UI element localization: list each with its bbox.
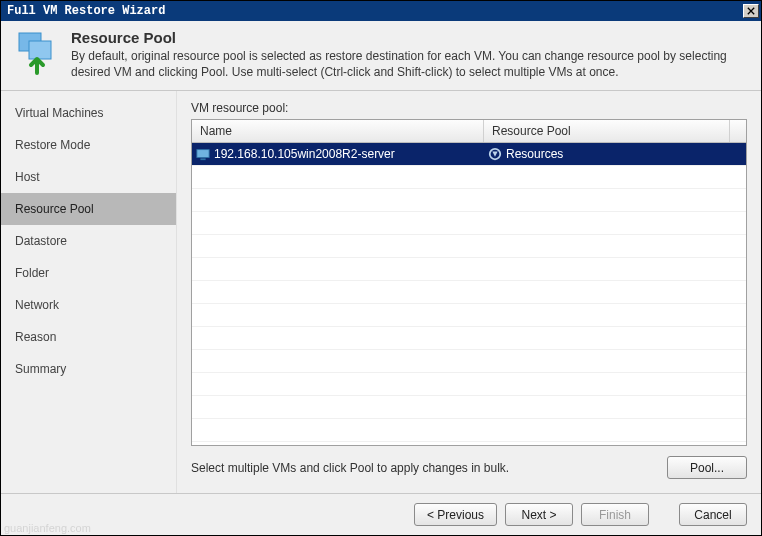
row-pool-cell: Resources — [484, 143, 746, 165]
hint-text: Select multiple VMs and click Pool to ap… — [191, 461, 657, 475]
cancel-button[interactable]: Cancel — [679, 503, 747, 526]
row-name-cell: 192.168.10.105win2008R2-server — [192, 143, 484, 165]
svg-rect-3 — [200, 159, 205, 161]
row-pool-text: Resources — [506, 147, 563, 161]
sidebar-item-summary[interactable]: Summary — [1, 353, 176, 385]
sidebar-item-datastore[interactable]: Datastore — [1, 225, 176, 257]
wizard-footer: < Previous Next > Finish Cancel — [1, 493, 761, 535]
sidebar-item-folder[interactable]: Folder — [1, 257, 176, 289]
header-text: Resource Pool By default, original resou… — [71, 29, 749, 80]
row-name-text: 192.168.10.105win2008R2-server — [214, 147, 395, 161]
wizard-body: Virtual Machines Restore Mode Host Resou… — [1, 91, 761, 493]
wizard-window: Full VM Restore Wizard Resource Pool By … — [0, 0, 762, 536]
sidebar-item-host[interactable]: Host — [1, 161, 176, 193]
close-button[interactable] — [743, 4, 759, 18]
grid-header: Name Resource Pool — [192, 120, 746, 143]
pool-icon — [488, 147, 502, 161]
window-title: Full VM Restore Wizard — [7, 4, 743, 18]
pool-button[interactable]: Pool... — [667, 456, 747, 479]
sidebar-item-resource-pool[interactable]: Resource Pool — [1, 193, 176, 225]
grid-label: VM resource pool: — [191, 101, 747, 115]
titlebar: Full VM Restore Wizard — [1, 1, 761, 21]
page-title: Resource Pool — [71, 29, 749, 46]
close-icon — [747, 7, 755, 15]
svg-rect-1 — [29, 41, 51, 59]
next-button[interactable]: Next > — [505, 503, 573, 526]
column-header-scrollspace — [730, 120, 746, 142]
grid-body[interactable]: 192.168.10.105win2008R2-server Resources — [192, 143, 746, 445]
column-header-resource-pool[interactable]: Resource Pool — [484, 120, 730, 142]
vm-icon — [196, 147, 210, 161]
finish-button[interactable]: Finish — [581, 503, 649, 526]
svg-rect-2 — [197, 150, 209, 158]
column-header-name[interactable]: Name — [192, 120, 484, 142]
page-subtitle: By default, original resource pool is se… — [71, 48, 749, 80]
wizard-sidebar: Virtual Machines Restore Mode Host Resou… — [1, 91, 177, 493]
vm-pool-grid: Name Resource Pool 192.168.10.105win2008… — [191, 119, 747, 446]
wizard-main: VM resource pool: Name Resource Pool — [177, 91, 761, 493]
table-row[interactable]: 192.168.10.105win2008R2-server Resources — [192, 143, 746, 165]
resource-pool-header-icon — [13, 29, 61, 77]
hint-row: Select multiple VMs and click Pool to ap… — [191, 446, 747, 485]
previous-button[interactable]: < Previous — [414, 503, 497, 526]
sidebar-item-reason[interactable]: Reason — [1, 321, 176, 353]
sidebar-item-restore-mode[interactable]: Restore Mode — [1, 129, 176, 161]
wizard-header: Resource Pool By default, original resou… — [1, 21, 761, 91]
sidebar-item-network[interactable]: Network — [1, 289, 176, 321]
sidebar-item-virtual-machines[interactable]: Virtual Machines — [1, 97, 176, 129]
